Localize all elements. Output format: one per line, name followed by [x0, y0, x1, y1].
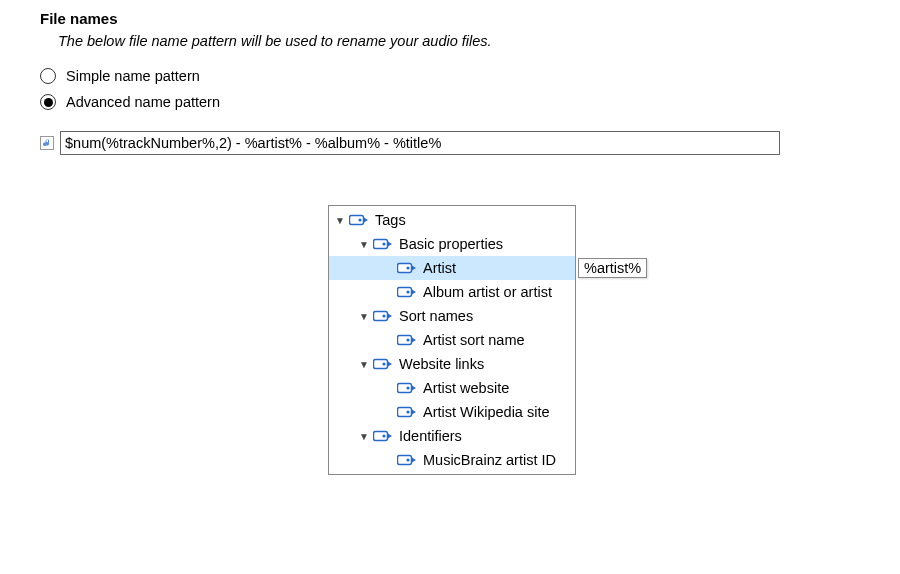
tree-leaf-album-artist-or-artist[interactable]: Album artist or artist — [329, 280, 575, 304]
tree-leaf-artist[interactable]: Artist — [329, 256, 575, 280]
tree-leaf-artist-wikipedia[interactable]: Artist Wikipedia site — [329, 400, 575, 424]
tree-node-website-links[interactable]: ▼ Website links — [329, 352, 575, 376]
tags-popup: ▼ Tags ▼ Basic properties Artist Album a… — [328, 205, 576, 475]
tree-label: Basic properties — [399, 236, 503, 252]
tag-icon — [373, 310, 393, 322]
tree-label: Artist — [423, 260, 456, 276]
tree-label: Album artist or artist — [423, 284, 552, 300]
tag-icon — [397, 382, 417, 394]
tree-label: Artist sort name — [423, 332, 525, 348]
pattern-input[interactable] — [60, 131, 780, 155]
tree-node-tags[interactable]: ▼ Tags — [329, 208, 575, 232]
tree-label: MusicBrainz artist ID — [423, 452, 556, 468]
tag-icon — [397, 262, 417, 274]
tag-icon — [373, 430, 393, 442]
section-description: The below file name pattern will be used… — [58, 33, 860, 49]
tag-icon — [397, 334, 417, 346]
tag-icon — [349, 214, 369, 226]
radio-icon-selected — [40, 94, 56, 110]
tree-label: Identifiers — [399, 428, 462, 444]
tree-node-sort-names[interactable]: ▼ Sort names — [329, 304, 575, 328]
radio-label: Simple name pattern — [66, 65, 200, 87]
tag-icon — [373, 358, 393, 370]
tag-icon — [397, 454, 417, 466]
radio-icon — [40, 68, 56, 84]
tree-label: Artist website — [423, 380, 509, 396]
chevron-down-icon: ▼ — [357, 239, 371, 250]
chevron-down-icon: ▼ — [357, 431, 371, 442]
tag-icon — [397, 406, 417, 418]
radio-label: Advanced name pattern — [66, 91, 220, 113]
tooltip: %artist% — [578, 258, 647, 278]
tag-icon — [373, 238, 393, 250]
tree-label: Sort names — [399, 308, 473, 324]
tag-icon — [397, 286, 417, 298]
tree-leaf-musicbrainz-artist-id[interactable]: MusicBrainz artist ID — [329, 448, 575, 472]
chevron-down-icon: ▼ — [357, 311, 371, 322]
tree-node-basic-properties[interactable]: ▼ Basic properties — [329, 232, 575, 256]
radio-simple-pattern[interactable]: Simple name pattern — [40, 65, 860, 87]
section-heading: File names — [40, 10, 860, 27]
audio-file-icon — [40, 136, 54, 150]
tree-node-identifiers[interactable]: ▼ Identifiers — [329, 424, 575, 448]
radio-advanced-pattern[interactable]: Advanced name pattern — [40, 91, 860, 113]
chevron-down-icon: ▼ — [357, 359, 371, 370]
tree-leaf-artist-sort-name[interactable]: Artist sort name — [329, 328, 575, 352]
tree-label: Tags — [375, 212, 406, 228]
tree-leaf-artist-website[interactable]: Artist website — [329, 376, 575, 400]
tree-label: Website links — [399, 356, 484, 372]
tree-label: Artist Wikipedia site — [423, 404, 550, 420]
chevron-down-icon: ▼ — [333, 215, 347, 226]
